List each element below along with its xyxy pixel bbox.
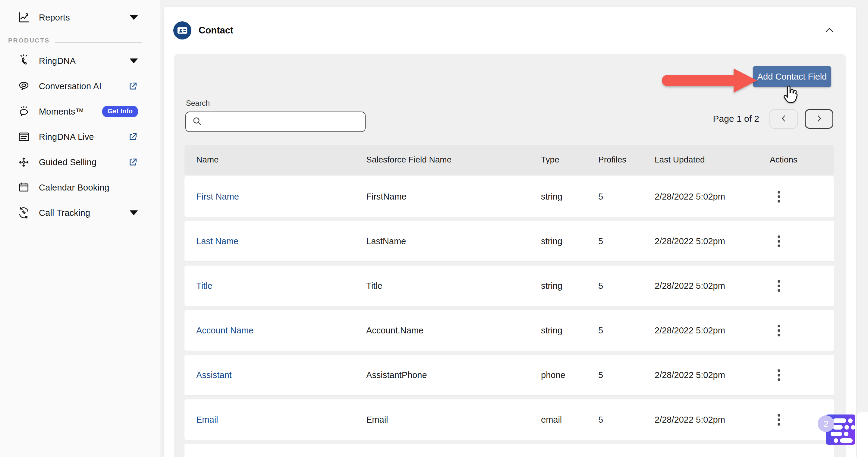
contact-card-header: Contact	[164, 7, 856, 54]
profiles-cell: 5	[598, 415, 655, 425]
salesforce-field-cell: LastName	[366, 236, 541, 246]
field-name-link[interactable]: Title	[196, 281, 366, 291]
table-row: Email Email email 5 2/28/2022 5:02pm	[184, 399, 834, 440]
add-contact-field-button[interactable]: Add Contact Field	[753, 66, 831, 87]
col-header-type: Type	[541, 155, 598, 164]
col-header-salesforce-field: Salesforce Field Name	[366, 155, 541, 164]
row-actions-kebab-button[interactable]	[773, 189, 785, 204]
profiles-cell: 5	[598, 236, 655, 246]
type-cell: string	[541, 192, 598, 202]
sidebar-item-guided-selling[interactable]: Guided Selling	[0, 150, 160, 175]
field-name-link[interactable]: Last Name	[196, 236, 366, 246]
search-input[interactable]	[203, 112, 365, 131]
contact-fields-panel: Add Contact Field Search	[174, 54, 846, 457]
sidebar-item-conversation-ai[interactable]: Conversation AI	[0, 73, 160, 99]
sidebar-item-ringdna[interactable]: RingDNA	[0, 48, 160, 73]
table-row-partial	[184, 444, 834, 457]
table-row: Title Title string 5 2/28/2022 5:02pm	[184, 266, 834, 306]
external-link-icon	[128, 81, 138, 91]
last-updated-cell: 2/28/2022 5:02pm	[655, 415, 770, 425]
notifications-widget-button[interactable]: 2	[826, 415, 855, 445]
caret-down-icon	[130, 59, 138, 63]
move-arrows-icon	[17, 156, 30, 169]
sidebar-item-label: Reports	[39, 13, 130, 23]
table-row: First Name FirstName string 5 2/28/2022 …	[184, 176, 834, 217]
field-name-link[interactable]: Assistant	[196, 370, 366, 380]
salesforce-field-cell: AssistantPhone	[366, 370, 541, 380]
background-card-edge	[857, 413, 868, 457]
profiles-cell: 5	[598, 326, 655, 336]
red-annotation-arrow	[659, 66, 759, 96]
salesforce-field-cell: Title	[366, 281, 541, 291]
moments-bubble-icon	[17, 105, 30, 118]
sidebar-item-label: RingDNA Live	[39, 132, 128, 142]
sidebar-item-call-tracking[interactable]: Call Tracking	[0, 200, 160, 225]
sidebar-item-calendar-booking[interactable]: Calendar Booking	[0, 175, 160, 200]
sidebar-item-ringdna-live[interactable]: RingDNA Live	[0, 124, 160, 150]
search-label: Search	[186, 99, 210, 108]
table-row: Last Name LastName string 5 2/28/2022 5:…	[184, 221, 834, 261]
row-actions-kebab-button[interactable]	[773, 323, 785, 338]
row-actions-kebab-button[interactable]	[773, 278, 785, 294]
row-actions-kebab-button[interactable]	[773, 233, 785, 249]
pagination-status: Page 1 of 2	[713, 109, 759, 128]
col-header-last-updated: Last Updated	[655, 155, 770, 164]
field-name-link[interactable]: Email	[196, 415, 366, 425]
sidebar-item-label: Conversation AI	[39, 82, 128, 91]
hand-cursor-icon	[781, 84, 798, 103]
next-page-button[interactable]	[805, 109, 833, 129]
phone-ring-icon	[17, 54, 30, 67]
salesforce-field-cell: Account.Name	[366, 326, 541, 336]
contact-card: Contact Add Contact Field	[164, 7, 856, 457]
profiles-cell: 5	[598, 192, 655, 202]
widget-list-icon	[833, 419, 855, 443]
sidebar-item-label: Guided Selling	[39, 157, 128, 167]
type-cell: string	[541, 281, 598, 291]
type-cell: email	[541, 415, 598, 425]
products-section-header: PRODUCTS	[0, 33, 160, 48]
table-row: Assistant AssistantPhone phone 5 2/28/20…	[184, 355, 834, 395]
table-header-row: Name Salesforce Field Name Type Profiles…	[184, 145, 834, 175]
external-link-icon	[128, 132, 138, 142]
section-divider	[55, 42, 142, 43]
profiles-cell: 5	[598, 281, 655, 291]
chevron-left-icon	[779, 114, 788, 124]
calendar-icon	[17, 181, 30, 194]
conversation-bubble-icon	[17, 80, 30, 93]
contact-fields-table: Name Salesforce Field Name Type Profiles…	[184, 145, 834, 457]
sidebar: Reports PRODUCTS RingDNA	[0, 0, 160, 457]
sidebar-item-label: RingDNA	[39, 56, 130, 66]
col-header-name: Name	[196, 155, 366, 164]
collapse-panel-button[interactable]	[822, 24, 837, 36]
col-header-actions: Actions	[770, 155, 834, 164]
sidebar-item-label: Call Tracking	[39, 208, 130, 218]
row-actions-kebab-button[interactable]	[773, 412, 785, 427]
panel-title: Contact	[198, 25, 233, 36]
type-cell: string	[541, 326, 598, 336]
previous-page-button[interactable]	[770, 109, 798, 129]
search-box	[185, 112, 366, 132]
last-updated-cell: 2/28/2022 5:02pm	[655, 236, 770, 246]
last-updated-cell: 2/28/2022 5:02pm	[655, 370, 770, 380]
field-name-link[interactable]: Account Name	[196, 326, 366, 336]
salesforce-field-cell: FirstName	[366, 192, 541, 202]
contact-id-card-icon	[173, 22, 191, 39]
sidebar-item-label: Moments™	[39, 107, 102, 117]
field-name-link[interactable]: First Name	[196, 192, 366, 202]
profiles-cell: 5	[598, 370, 655, 380]
last-updated-cell: 2/28/2022 5:02pm	[655, 281, 770, 291]
type-cell: string	[541, 236, 598, 246]
chevron-right-icon	[815, 114, 824, 124]
table-row: Account Name Account.Name string 5 2/28/…	[184, 310, 834, 351]
get-info-badge[interactable]: Get Info	[102, 106, 138, 117]
chevron-up-icon	[825, 27, 834, 34]
last-updated-cell: 2/28/2022 5:02pm	[655, 192, 770, 202]
external-link-icon	[128, 157, 138, 167]
type-cell: phone	[541, 370, 598, 380]
sidebar-item-reports[interactable]: Reports	[0, 5, 160, 30]
row-actions-kebab-button[interactable]	[773, 367, 785, 383]
call-tracking-icon	[17, 206, 30, 219]
notification-count-badge: 2	[818, 416, 834, 432]
sidebar-item-moments[interactable]: Moments™ Get Info	[0, 99, 160, 124]
products-section-label: PRODUCTS	[8, 37, 50, 44]
